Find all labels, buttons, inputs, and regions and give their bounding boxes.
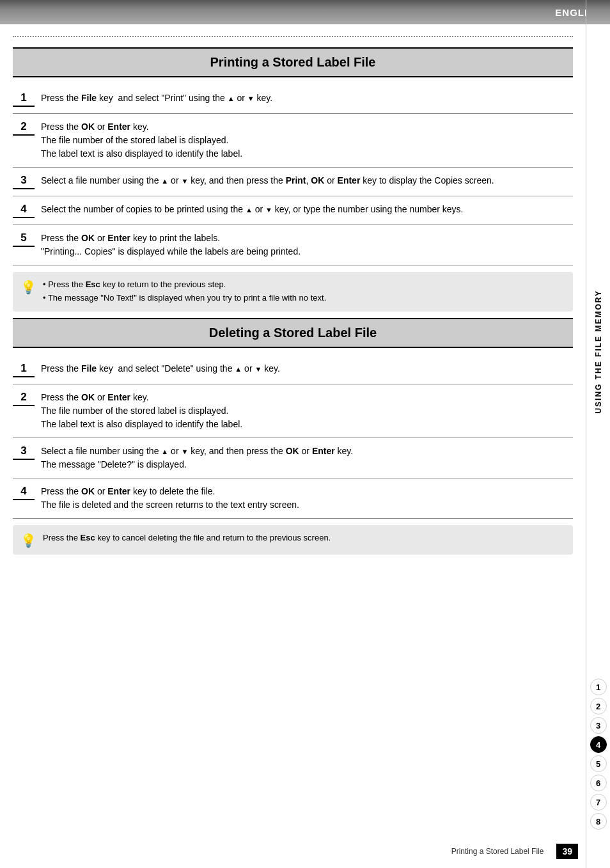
dotted-separator — [13, 36, 573, 37]
step-print-5-num: 5 — [13, 232, 35, 247]
main-content: Printing a Stored Label File 1 Press the… — [0, 36, 586, 587]
step-delete-3-num: 3 — [13, 445, 35, 460]
step-delete-4-num: 4 — [13, 485, 35, 500]
step-delete-4-row: 4 Press the OK or Enter key to delete th… — [13, 478, 573, 519]
delete-section-title: Deleting a Stored Label File — [209, 326, 377, 340]
step-print-1-num-box: 1 — [13, 91, 35, 107]
delete-section-header: Deleting a Stored Label File — [13, 318, 573, 348]
step-delete-2-content: Press the OK or Enter key. The file numb… — [41, 391, 573, 431]
step-delete-4-content: Press the OK or Enter key to delete the … — [41, 485, 573, 512]
step-print-1-content: Press the File key and select "Print" us… — [41, 91, 573, 105]
delete-note-box: 💡 Press the Esc key to cancel deleting t… — [13, 525, 573, 555]
step-delete-1-num-box: 1 — [13, 362, 35, 377]
sidebar-num-8[interactable]: 8 — [590, 813, 607, 830]
print-note-box: 💡 • Press the Esc key to return to the p… — [13, 272, 573, 312]
step-print-1-row: 1 Press the File key and select "Print" … — [13, 85, 573, 114]
right-sidebar: USING THE FILE MEMORY 1 2 3 4 5 6 7 8 — [586, 0, 610, 868]
sidebar-rotated-label: USING THE FILE MEMORY — [594, 290, 603, 414]
print-note-content: • Press the Esc key to return to the pre… — [43, 278, 326, 305]
sidebar-numbers: 1 2 3 4 5 6 7 8 — [586, 679, 610, 868]
step-print-4-num-box: 4 — [13, 203, 35, 218]
step-print-5-num-box: 5 — [13, 232, 35, 247]
step-delete-3-content: Select a file number using the or key, a… — [41, 445, 573, 471]
step-delete-1-content: Press the File key and select "Delete" u… — [41, 362, 573, 375]
sidebar-num-5[interactable]: 5 — [590, 755, 607, 772]
step-print-3-content: Select a file number using the or key, a… — [41, 174, 573, 187]
step-delete-4-num-box: 4 — [13, 485, 35, 500]
step-print-2-num-box: 2 — [13, 120, 35, 136]
step-print-4-row: 4 Select the number of copies to be prin… — [13, 196, 573, 225]
top-header: ENGLISH — [0, 0, 610, 24]
step-print-5-row: 5 Press the OK or Enter key to print the… — [13, 225, 573, 265]
step-print-3-row: 3 Select a file number using the or key,… — [13, 168, 573, 196]
step-print-4-content: Select the number of copies to be printe… — [41, 203, 573, 216]
step-delete-2-row: 2 Press the OK or Enter key. The file nu… — [13, 384, 573, 438]
footer-label: Printing a Stored Label File — [451, 847, 544, 856]
sidebar-num-3[interactable]: 3 — [590, 717, 607, 734]
step-delete-1-row: 1 Press the File key and select "Delete"… — [13, 356, 573, 384]
delete-note-content: Press the Esc key to cancel deleting the… — [43, 532, 331, 545]
step-print-5-content: Press the OK or Enter key to print the l… — [41, 232, 573, 258]
step-print-2-row: 2 Press the OK or Enter key. The file nu… — [13, 114, 573, 168]
step-delete-1-num: 1 — [13, 362, 35, 377]
sidebar-num-4[interactable]: 4 — [590, 736, 607, 753]
step-print-4-num: 4 — [13, 203, 35, 218]
step-print-1-num: 1 — [13, 91, 35, 107]
sidebar-num-6[interactable]: 6 — [590, 775, 607, 791]
step-print-3-num-box: 3 — [13, 174, 35, 189]
sidebar-num-1[interactable]: 1 — [590, 679, 607, 695]
sidebar-top-block — [586, 0, 610, 24]
step-delete-3-num-box: 3 — [13, 445, 35, 460]
sidebar-num-7[interactable]: 7 — [590, 794, 607, 810]
step-delete-3-row: 3 Select a file number using the or key,… — [13, 438, 573, 478]
step-print-2-num: 2 — [13, 120, 35, 136]
sidebar-num-2[interactable]: 2 — [590, 698, 607, 714]
note-icon-delete: 💡 — [20, 533, 36, 548]
page-number: 39 — [556, 844, 578, 859]
step-delete-2-num-box: 2 — [13, 391, 35, 406]
page-footer: Printing a Stored Label File 39 — [13, 844, 578, 859]
print-section-header: Printing a Stored Label File — [13, 47, 573, 77]
step-print-3-num: 3 — [13, 174, 35, 189]
print-section-title: Printing a Stored Label File — [210, 55, 376, 69]
note-icon-print: 💡 — [20, 280, 36, 295]
sidebar-text-container: USING THE FILE MEMORY — [586, 24, 610, 679]
step-delete-2-num: 2 — [13, 391, 35, 406]
step-print-2-content: Press the OK or Enter key. The file numb… — [41, 120, 573, 161]
